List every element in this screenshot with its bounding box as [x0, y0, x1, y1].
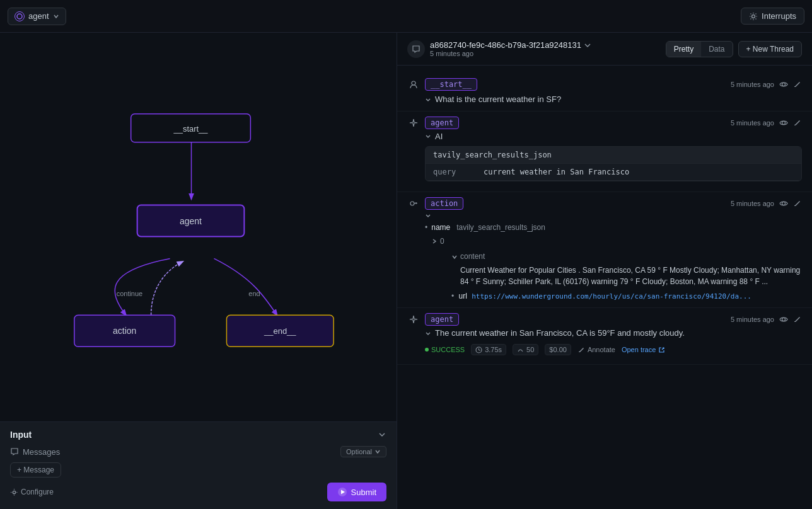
graph-svg: continue end __start__: [0, 33, 397, 421]
message-block-agent2: agent 5 minutes ago The current weather …: [397, 308, 812, 365]
success-text: SUCCESS: [431, 346, 465, 353]
eye-icon-start[interactable]: [779, 80, 788, 89]
annotate-label: Annotate: [588, 346, 615, 353]
edit-icon-start[interactable]: [793, 80, 802, 89]
agent1-time: 5 minutes ago: [731, 119, 774, 127]
trace-label: Open trace: [622, 346, 656, 353]
interrupts-button[interactable]: Interrupts: [741, 8, 804, 25]
svg-point-0: [17, 14, 22, 19]
bottom-row: Configure Submit: [10, 483, 386, 501]
thread-chevron-icon[interactable]: [584, 42, 591, 49]
sparkle-icon-agent2: [407, 313, 420, 326]
pencil-icon-annotate: [577, 346, 585, 353]
input-header: Input: [10, 430, 386, 440]
pretty-button[interactable]: Pretty: [666, 42, 701, 57]
edge-agent-action: [115, 258, 170, 315]
message-header-action: action 5 minutes ago: [407, 197, 802, 210]
eye-icon-agent2[interactable]: [779, 315, 788, 324]
collapse-action-icon[interactable]: [425, 212, 431, 219]
content-value: Current Weather for Popular Cities . San…: [460, 265, 802, 287]
edit-icon-agent2[interactable]: [793, 315, 802, 324]
edit-icon-agent1[interactable]: [793, 118, 802, 127]
action-time: 5 minutes ago: [731, 200, 774, 207]
new-thread-button[interactable]: + New Thread: [738, 41, 803, 57]
svg-point-1: [752, 14, 755, 18]
svg-point-5: [412, 81, 415, 85]
thread-content: __start__ 5 minutes ago What is the curr…: [397, 66, 812, 509]
content-expand[interactable]: content: [451, 250, 802, 264]
svg-point-2: [13, 491, 15, 493]
messages-label: Messages: [10, 447, 60, 457]
svg-point-7: [782, 121, 786, 124]
edge-label-continue: continue: [117, 290, 142, 297]
chevron-right-icon: [431, 238, 438, 244]
add-message-button[interactable]: + Message: [10, 462, 61, 478]
url-row: • url https://www.wunderground.com/hourl…: [451, 290, 802, 303]
right-panel: a8682740-fe9c-486c-b79a-3f21a9248131 5 m…: [397, 33, 812, 509]
eye-icon-agent1[interactable]: [779, 118, 788, 127]
chevron-down-icon: [53, 13, 59, 20]
key-icon-action: [407, 197, 420, 210]
time-stat: 3.75s: [485, 346, 502, 353]
data-button[interactable]: Data: [701, 42, 732, 57]
graph-area: continue end __start__: [0, 33, 397, 421]
agent-selector[interactable]: agent: [8, 8, 66, 25]
optional-dropdown[interactable]: Optional: [340, 446, 386, 457]
agent1-header-right: 5 minutes ago: [731, 118, 802, 127]
cost-stat: $0.00: [549, 346, 567, 353]
index-expand[interactable]: 0: [431, 235, 802, 248]
edge-action-agent: [151, 261, 183, 315]
collapse-input-icon[interactable]: [378, 430, 386, 439]
top-bar: agent Interrupts: [0, 0, 812, 33]
thread-time: 5 minutes ago: [430, 50, 661, 57]
agent2-text: The current weather in San Francisco, CA…: [435, 328, 685, 338]
play-icon: [337, 487, 347, 497]
eye-icon-action[interactable]: [779, 199, 788, 208]
agent2-header-right: 5 minutes ago: [731, 315, 802, 324]
message-icon-small: [10, 447, 19, 456]
collapse-agent1-icon[interactable]: [425, 133, 431, 139]
thread-info: a8682740-fe9c-486c-b79a-3f21a9248131 5 m…: [430, 40, 661, 57]
node-start-label: __start__: [173, 124, 208, 134]
tool-call-block: tavily_search_results_json query current…: [425, 146, 802, 181]
cost-stat-badge: $0.00: [545, 344, 571, 355]
messages-row: Messages Optional: [10, 446, 386, 457]
start-header-right: 5 minutes ago: [731, 80, 802, 89]
tool-call-name: tavily_search_results_json: [426, 147, 801, 164]
agent-label: agent: [28, 11, 49, 21]
edit-icon-action[interactable]: [793, 199, 802, 208]
input-title: Input: [10, 430, 32, 440]
start-message-text: What is the current weather in SF?: [435, 93, 561, 106]
message-block-start: __start__ 5 minutes ago What is the curr…: [397, 73, 812, 112]
node-action-label: action: [113, 326, 136, 336]
interrupts-label: Interrupts: [762, 11, 796, 21]
gear-icon: [749, 12, 758, 21]
action-badge: action: [425, 197, 463, 210]
right-top-bar: a8682740-fe9c-486c-b79a-3f21a9248131 5 m…: [397, 33, 812, 66]
thread-id-text: a8682740-fe9c-486c-b79a-3f21a9248131: [430, 40, 581, 50]
edge-label-end: end: [248, 290, 260, 297]
agent-badge-1: agent: [425, 117, 459, 129]
chevron-down-icon-content: [451, 254, 458, 260]
pretty-data-toggle: Pretty Data: [666, 41, 733, 57]
action-detail: • name tavily_search_results_json 0 cont…: [425, 221, 802, 303]
time-stat-badge: 3.75s: [471, 344, 506, 355]
configure-button[interactable]: Configure: [10, 488, 54, 496]
collapse-agent2-icon[interactable]: [425, 330, 431, 336]
success-badge: SUCCESS: [425, 346, 465, 353]
collapse-start-icon[interactable]: [425, 96, 431, 103]
submit-button[interactable]: Submit: [327, 483, 386, 501]
status-bar: SUCCESS 3.75s 50 $0.00 An: [407, 340, 802, 359]
edge-agent-end: [214, 258, 277, 315]
svg-point-8: [410, 202, 414, 205]
thread-icon: [407, 40, 425, 58]
tool-query-key: query: [433, 168, 484, 176]
annotate-button[interactable]: Annotate: [577, 346, 615, 353]
open-trace-button[interactable]: Open trace: [622, 346, 665, 353]
chevron-down-icon-optional: [374, 449, 381, 455]
gear-icon-configure: [10, 488, 18, 496]
content-block: content Current Weather for Popular Citi…: [451, 250, 802, 287]
action-header-right: 5 minutes ago: [731, 199, 802, 208]
message-header-agent2: agent 5 minutes ago: [407, 313, 802, 326]
message-header-agent1: agent 5 minutes ago: [407, 117, 802, 129]
